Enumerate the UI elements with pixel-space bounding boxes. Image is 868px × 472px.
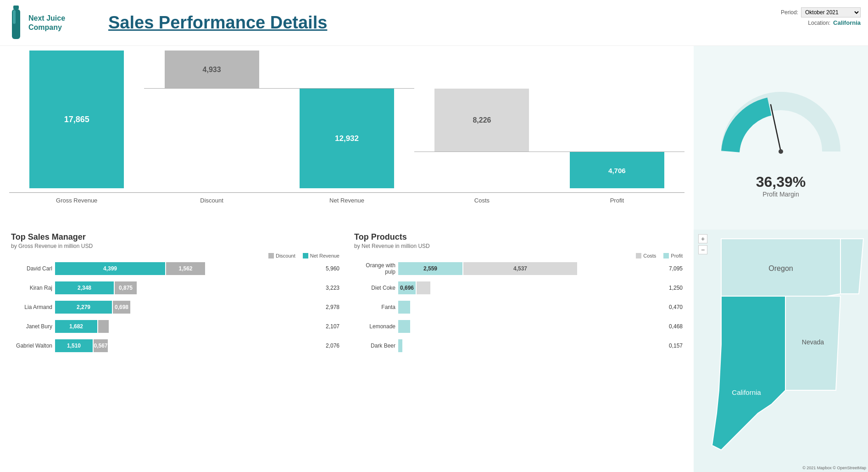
prod-costs-bar-1	[417, 281, 430, 294]
wf-value-profit: 4,706	[608, 166, 626, 174]
california-shape	[712, 296, 785, 450]
sales-net-bar-4: 1,510	[55, 339, 93, 352]
sales-panel-title: Top Sales Manager	[11, 232, 339, 242]
sales-disc-bar-3	[98, 320, 109, 333]
prod-costs-bar-0: 4,537	[463, 262, 577, 275]
prod-stack-2	[398, 301, 664, 314]
legend-profit: Profit	[663, 253, 683, 258]
gauge-value: 36,39%	[756, 174, 806, 191]
wf-value-costs: 8,226	[473, 116, 491, 124]
legend-net-revenue: Net Revenue	[303, 253, 339, 258]
wf-bar-costs: 8,226	[434, 89, 529, 152]
products-panel-title: Top Products	[354, 232, 683, 242]
wf-label-gross: Gross Revenue	[56, 197, 97, 204]
nevada-label: Nevada	[802, 338, 824, 346]
location-value: California	[833, 19, 861, 26]
prod-profit-bar-1: 0,696	[398, 281, 416, 294]
period-select[interactable]: Oktober 2021	[801, 7, 861, 17]
sales-stack-1: 2,348 0,875	[55, 281, 321, 294]
sales-stack-3: 1,682	[55, 320, 321, 333]
wf-col-gross: 17,865 Gross Revenue	[9, 51, 144, 193]
prod-total-4: 0,157	[669, 343, 683, 349]
sales-total-3: 2,107	[326, 323, 339, 330]
wf-label-net: Net Revenue	[329, 197, 364, 204]
legend-net-label: Net Revenue	[310, 253, 339, 258]
page-title: Sales Performance Details	[108, 13, 327, 33]
wf-col-discount: 4,933 Discount	[144, 51, 279, 193]
prod-row-2: Fanta 0,470	[354, 301, 683, 314]
sales-net-bar-2: 2,279	[55, 301, 112, 314]
prod-stack-0: 2,559 4,537	[398, 262, 664, 275]
header-controls: Period: Oktober 2021 Location: Californi…	[781, 7, 861, 28]
gauge-label: Profit Margin	[762, 191, 799, 198]
prod-row-0: Orange with pulp 2,559 4,537 7,095	[354, 262, 683, 275]
legend-costs: Costs	[636, 253, 656, 258]
prod-total-3: 0,468	[669, 323, 683, 330]
map-copyright: © 2021 Mapbox © OpenStreetMap	[802, 466, 866, 470]
legend-profit-label: Profit	[671, 253, 683, 258]
wf-label-costs: Costs	[474, 197, 490, 204]
logo-text: Next Juice Company	[28, 14, 65, 31]
sales-total-2: 2,978	[326, 304, 339, 310]
sales-panel: Top Sales Manager by Gross Revenue in mi…	[4, 229, 347, 468]
sales-row-3: Janet Bury 1,682 2,107	[11, 320, 339, 333]
prod-profit-bar-3	[398, 320, 410, 333]
bottom-area: Top Sales Manager by Gross Revenue in mi…	[0, 225, 694, 472]
wf-axis	[9, 192, 684, 193]
products-panel: Top Products by Net Revenue in million U…	[347, 229, 690, 468]
gauge-area: 36,39% Profit Margin	[694, 46, 868, 230]
waterfall-chart: 17,865 Gross Revenue 4,933 Discount	[0, 46, 694, 225]
prod-total-0: 7,095	[669, 265, 683, 272]
sales-name-0: David Carl	[11, 265, 52, 272]
zoom-in-button[interactable]: +	[698, 234, 707, 243]
sales-stack-4: 1,510 0,567	[55, 339, 321, 352]
sales-total-4: 2,076	[326, 343, 339, 349]
legend-discount-label: Discount	[276, 253, 295, 258]
right-panel: 36,39% Profit Margin Oregon Nevada Calif…	[694, 46, 868, 472]
sales-row-0: David Carl 4,399 1,562 5,960	[11, 262, 339, 275]
wf-col-profit: 4,706 Profit	[550, 51, 684, 193]
sales-disc-bar-1: 0,875	[115, 281, 137, 294]
wf-label-profit: Profit	[610, 197, 624, 204]
sales-net-bar-3: 1,682	[55, 320, 97, 333]
prod-total-1: 1,250	[669, 285, 683, 291]
wf-col-net: 12,932 Net Revenue	[279, 51, 414, 193]
sales-panel-subtitle: by Gross Revenue in million USD	[11, 243, 339, 249]
header: Next Juice Company Sales Performance Det…	[0, 0, 868, 46]
sales-name-3: Janet Bury	[11, 323, 52, 330]
gauge-chart	[717, 78, 845, 170]
prod-total-2: 0,470	[669, 304, 683, 310]
legend-net-box	[303, 253, 308, 258]
wf-bar-profit: 4,706	[570, 152, 664, 188]
zoom-out-button[interactable]: −	[698, 245, 707, 254]
period-label: Period:	[781, 9, 798, 16]
sales-stack-2: 2,279 0,698	[55, 301, 321, 314]
sales-name-4: Gabriel Walton	[11, 343, 52, 349]
sales-total-0: 5,960	[326, 265, 339, 272]
prod-stack-4	[398, 339, 664, 352]
waterfall-bars: 17,865 Gross Revenue 4,933 Discount	[9, 51, 684, 207]
prod-stack-3	[398, 320, 664, 333]
wf-value-discount: 4,933	[203, 66, 221, 74]
logo-icon	[7, 5, 25, 41]
wf-bar-discount: 4,933	[165, 51, 259, 89]
svg-rect-2	[13, 10, 16, 24]
prod-name-0: Orange with pulp	[354, 262, 395, 275]
sales-row-2: Lia Armand 2,279 0,698 2,978	[11, 301, 339, 314]
prod-row-3: Lemonade 0,468	[354, 320, 683, 333]
map-svg: Oregon Nevada California	[694, 230, 868, 468]
svg-point-4	[779, 149, 783, 154]
sales-disc-bar-2: 0,698	[113, 301, 130, 314]
legend-costs-label: Costs	[643, 253, 656, 258]
sales-legend: Discount Net Revenue	[11, 253, 339, 258]
prod-stack-1: 0,696	[398, 281, 664, 294]
location-label: Location:	[808, 20, 830, 26]
map-area: Oregon Nevada California + − © 2021 Mapb…	[694, 230, 868, 472]
wf-bar-net: 12,932	[300, 89, 394, 188]
wf-value-gross: 17,865	[64, 115, 89, 124]
prod-profit-bar-0: 2,559	[398, 262, 462, 275]
logo-area: Next Juice Company	[7, 5, 99, 41]
sales-net-bar-0: 4,399	[55, 262, 165, 275]
prod-name-3: Lemonade	[354, 323, 395, 330]
wf-label-discount: Discount	[200, 197, 223, 204]
